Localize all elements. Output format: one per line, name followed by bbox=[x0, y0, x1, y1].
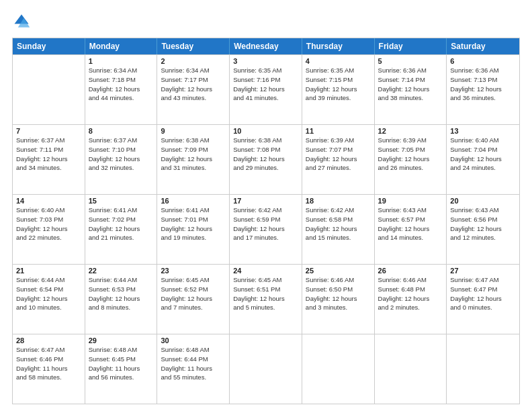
cell-line: and 12 minutes. bbox=[450, 233, 516, 242]
cell-line: and 0 minutes. bbox=[450, 303, 516, 312]
cell-line: Sunrise: 6:40 AM bbox=[450, 136, 516, 145]
logo bbox=[12, 12, 34, 31]
cell-line: Daylight: 12 hours bbox=[16, 224, 81, 234]
cell-line: Sunset: 6:53 PM bbox=[89, 285, 154, 294]
cell-line: and 31 minutes. bbox=[161, 163, 226, 173]
cell-line: Sunset: 7:15 PM bbox=[306, 75, 371, 85]
cal-row-2: 7Sunrise: 6:37 AMSunset: 7:11 PMDaylight… bbox=[13, 124, 519, 194]
cell-line: Sunset: 7:02 PM bbox=[89, 215, 154, 224]
cell-line: Sunset: 7:17 PM bbox=[161, 75, 226, 85]
day-number: 7 bbox=[16, 127, 81, 135]
cal-cell: 16Sunrise: 6:41 AMSunset: 7:01 PMDayligh… bbox=[157, 195, 230, 264]
cell-line: Sunset: 7:04 PM bbox=[450, 145, 516, 154]
logo-icon bbox=[12, 12, 31, 31]
cal-cell: 6Sunrise: 6:36 AMSunset: 7:13 PMDaylight… bbox=[447, 55, 519, 124]
cell-line: Sunrise: 6:38 AM bbox=[161, 136, 226, 145]
day-number: 30 bbox=[161, 336, 226, 345]
cell-line: and 3 minutes. bbox=[306, 303, 371, 312]
cell-line: Sunset: 6:59 PM bbox=[233, 215, 298, 224]
cell-line: Daylight: 11 hours bbox=[161, 364, 226, 373]
cell-line: and 44 minutes. bbox=[89, 93, 154, 103]
cell-line: Sunset: 7:11 PM bbox=[16, 145, 81, 154]
cell-line: Sunrise: 6:45 AM bbox=[233, 275, 298, 285]
cell-line: and 56 minutes. bbox=[89, 373, 154, 382]
header bbox=[12, 12, 520, 31]
cell-line: Daylight: 12 hours bbox=[378, 154, 443, 164]
cal-cell: 4Sunrise: 6:35 AMSunset: 7:15 PMDaylight… bbox=[302, 55, 375, 124]
cell-line: Daylight: 12 hours bbox=[89, 294, 154, 304]
cell-line: and 10 minutes. bbox=[16, 303, 81, 312]
cal-cell: 10Sunrise: 6:38 AMSunset: 7:08 PMDayligh… bbox=[230, 125, 302, 194]
cell-line: Sunset: 7:13 PM bbox=[450, 75, 516, 85]
day-number: 6 bbox=[450, 57, 516, 65]
cell-line: Sunset: 7:01 PM bbox=[161, 215, 226, 224]
day-number: 2 bbox=[161, 57, 226, 65]
cell-line: Sunset: 6:45 PM bbox=[89, 355, 154, 364]
cell-line: Daylight: 12 hours bbox=[161, 154, 226, 164]
cell-line: Sunset: 7:16 PM bbox=[233, 75, 298, 85]
cell-line: Daylight: 12 hours bbox=[233, 154, 298, 164]
day-number: 1 bbox=[89, 57, 154, 65]
cell-line: Sunset: 6:58 PM bbox=[306, 215, 371, 224]
day-number: 5 bbox=[378, 57, 443, 65]
cell-line: and 26 minutes. bbox=[378, 163, 443, 173]
cal-cell: 22Sunrise: 6:44 AMSunset: 6:53 PMDayligh… bbox=[85, 265, 158, 334]
day-number: 20 bbox=[450, 197, 516, 205]
cell-line: Daylight: 12 hours bbox=[16, 294, 81, 304]
cal-cell: 7Sunrise: 6:37 AMSunset: 7:11 PMDaylight… bbox=[13, 125, 85, 194]
cell-line: Sunset: 7:10 PM bbox=[89, 145, 154, 154]
day-number: 4 bbox=[306, 57, 371, 65]
day-number: 12 bbox=[378, 127, 443, 135]
cell-line: and 41 minutes. bbox=[233, 93, 298, 103]
cal-cell: 9Sunrise: 6:38 AMSunset: 7:09 PMDaylight… bbox=[157, 125, 230, 194]
cell-line: Sunset: 7:03 PM bbox=[16, 215, 81, 224]
cell-line: Daylight: 12 hours bbox=[233, 294, 298, 304]
cell-line: Sunrise: 6:46 AM bbox=[306, 275, 371, 285]
cell-line: Sunrise: 6:34 AM bbox=[161, 66, 226, 75]
cell-line: Sunrise: 6:43 AM bbox=[450, 205, 516, 215]
cell-line: and 8 minutes. bbox=[89, 303, 154, 312]
cell-line: Sunrise: 6:35 AM bbox=[306, 66, 371, 75]
cell-line: Sunrise: 6:46 AM bbox=[378, 275, 443, 285]
cell-line: Daylight: 12 hours bbox=[89, 224, 154, 234]
day-number: 22 bbox=[89, 267, 154, 275]
cal-cell: 5Sunrise: 6:36 AMSunset: 7:14 PMDaylight… bbox=[375, 55, 447, 124]
cell-line: Daylight: 12 hours bbox=[16, 154, 81, 164]
cal-cell: 20Sunrise: 6:43 AMSunset: 6:56 PMDayligh… bbox=[447, 195, 519, 264]
cell-line: Sunset: 6:52 PM bbox=[161, 285, 226, 294]
cal-row-5: 28Sunrise: 6:47 AMSunset: 6:46 PMDayligh… bbox=[13, 334, 519, 404]
cell-line: Sunset: 7:07 PM bbox=[306, 145, 371, 154]
cell-line: Sunset: 6:54 PM bbox=[16, 285, 81, 294]
cell-line: Sunrise: 6:48 AM bbox=[161, 345, 226, 355]
cal-cell bbox=[375, 334, 447, 404]
header-day-sunday: Sunday bbox=[13, 38, 85, 54]
cell-line: and 58 minutes. bbox=[16, 373, 81, 382]
cell-line: Sunrise: 6:47 AM bbox=[16, 345, 81, 355]
cell-line: Daylight: 12 hours bbox=[306, 154, 371, 164]
day-number: 8 bbox=[89, 127, 154, 135]
cell-line: Sunset: 7:18 PM bbox=[89, 75, 154, 85]
day-number: 16 bbox=[161, 197, 226, 205]
cell-line: and 17 minutes. bbox=[233, 233, 298, 242]
cal-cell bbox=[230, 334, 302, 404]
calendar-header: SundayMondayTuesdayWednesdayThursdayFrid… bbox=[13, 38, 519, 54]
day-number: 23 bbox=[161, 267, 226, 275]
cell-line: Daylight: 12 hours bbox=[450, 294, 516, 304]
cal-cell: 24Sunrise: 6:45 AMSunset: 6:51 PMDayligh… bbox=[230, 265, 302, 334]
cell-line: and 39 minutes. bbox=[306, 93, 371, 103]
calendar-body: 1Sunrise: 6:34 AMSunset: 7:18 PMDaylight… bbox=[13, 54, 519, 404]
cal-cell: 13Sunrise: 6:40 AMSunset: 7:04 PMDayligh… bbox=[447, 125, 519, 194]
header-day-friday: Friday bbox=[375, 38, 447, 54]
cal-cell: 14Sunrise: 6:40 AMSunset: 7:03 PMDayligh… bbox=[13, 195, 85, 264]
cell-line: Daylight: 12 hours bbox=[89, 85, 154, 94]
cal-cell: 19Sunrise: 6:43 AMSunset: 6:57 PMDayligh… bbox=[375, 195, 447, 264]
cell-line: Sunrise: 6:44 AM bbox=[89, 275, 154, 285]
cell-line: Daylight: 11 hours bbox=[16, 364, 81, 373]
cal-cell: 11Sunrise: 6:39 AMSunset: 7:07 PMDayligh… bbox=[302, 125, 375, 194]
cell-line: and 38 minutes. bbox=[378, 93, 443, 103]
day-number: 29 bbox=[89, 336, 154, 345]
cal-cell bbox=[13, 55, 85, 124]
day-number: 10 bbox=[233, 127, 298, 135]
cal-cell: 27Sunrise: 6:47 AMSunset: 6:47 PMDayligh… bbox=[447, 265, 519, 334]
cell-line: Sunrise: 6:39 AM bbox=[378, 136, 443, 145]
